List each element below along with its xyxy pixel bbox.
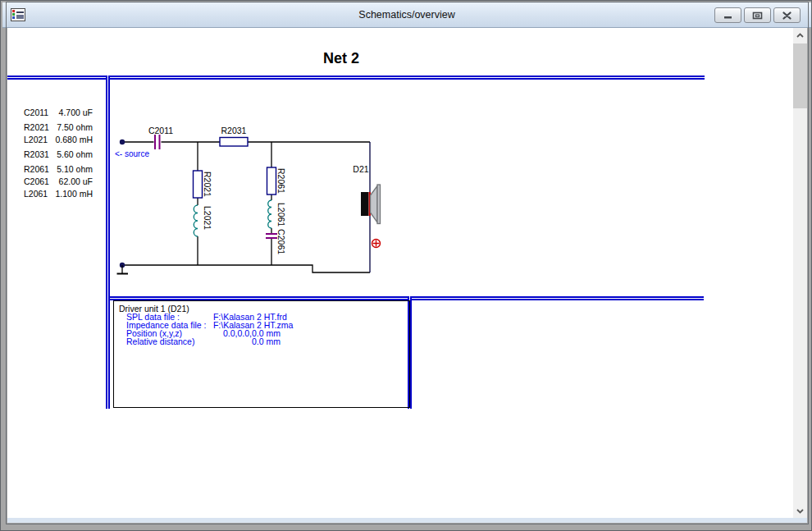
wires: [122, 142, 370, 272]
driver-d21-symbol[interactable]: [361, 185, 381, 224]
label-c2011: C2011: [148, 126, 173, 135]
inductor-l2021[interactable]: [194, 205, 198, 236]
frame-bottom-strip: [7, 518, 807, 523]
component-list-item: R2031 5.60 ohm: [24, 149, 93, 160]
resistor-r2021[interactable]: [194, 171, 203, 198]
label-r2031: R2031: [221, 126, 247, 135]
driver-info-label: Relative distance): [126, 337, 211, 346]
component-value: 1.100 mH: [55, 189, 93, 199]
component-list-item: C2061 62.00 uF: [24, 176, 93, 187]
resistor-r2031[interactable]: [220, 138, 248, 147]
close-button[interactable]: [773, 7, 801, 23]
component-name: R2021: [24, 122, 49, 133]
driver-info-row: Relative distance) 0.0 mm: [114, 337, 409, 346]
polarity-plus-icon: [372, 240, 381, 248]
driver-info-box: Driver unit 1 (D21) SPL data file : F:\K…: [113, 300, 410, 408]
scroll-down-button[interactable]: [793, 504, 807, 518]
label-d21: D21: [353, 164, 368, 174]
component-list-item: C2011 4.700 uF: [24, 108, 93, 118]
close-icon: [782, 11, 791, 20]
component-value: 62.00 uF: [59, 176, 93, 187]
component-list-item: R2061 5.10 ohm: [24, 164, 93, 175]
minimize-icon: [723, 11, 733, 19]
component-value: 0.680 mH: [55, 135, 93, 145]
component-name: L2021: [24, 135, 48, 145]
component-list-item: L2061 1.100 mH: [24, 189, 93, 199]
component-value: 4.700 uF: [59, 108, 93, 118]
minimize-button[interactable]: [714, 7, 741, 23]
ground-symbol: [117, 263, 129, 274]
vertical-scrollbar[interactable]: [793, 28, 807, 518]
scrollbar-thumb[interactable]: [793, 43, 807, 108]
component-name: R2061: [24, 164, 49, 175]
source-node: [120, 140, 125, 144]
circuit-schematic: C2011 R2031 D21 R2021 L2021 R2061 L2061 …: [108, 80, 705, 296]
title-bar[interactable]: Schematics/overview: [2, 2, 811, 28]
capacitor-c2011[interactable]: [155, 135, 160, 149]
component-value: 5.60 ohm: [57, 149, 93, 160]
inductor-l2061[interactable]: [268, 200, 271, 228]
component-name: C2061: [24, 176, 49, 187]
component-name: L2061: [24, 189, 48, 199]
maximize-button[interactable]: [744, 7, 771, 23]
driver-info-value: 0.0 mm: [213, 337, 281, 346]
chevron-down-icon: [796, 509, 804, 514]
component-list-item: L2021 0.680 mH: [24, 135, 93, 145]
label-l2021: L2021: [203, 206, 212, 230]
component-value: 7.50 ohm: [57, 122, 93, 133]
label-r2021: R2021: [203, 172, 212, 197]
label-l2061-c2061: L2061 C2061: [276, 203, 286, 254]
component-name: C2011: [24, 108, 48, 118]
resistor-r2061[interactable]: [267, 167, 276, 195]
page-title: Net 2: [259, 50, 423, 67]
component-name: R2031: [24, 149, 49, 160]
maximize-icon: [752, 11, 763, 20]
window-title: Schematics/overview: [2, 2, 811, 28]
scroll-up-button[interactable]: [793, 28, 807, 42]
capacitor-c2061[interactable]: [266, 234, 277, 238]
label-r2061: R2061: [276, 168, 286, 194]
chevron-up-icon: [796, 33, 804, 38]
component-value: 5.10 ohm: [57, 164, 93, 175]
source-label: <- source: [115, 149, 149, 158]
component-list-item: R2021 7.50 ohm: [24, 122, 93, 133]
schematics-window: Schematics/overview Common Net 1 Net 2 O…: [0, 0, 812, 531]
